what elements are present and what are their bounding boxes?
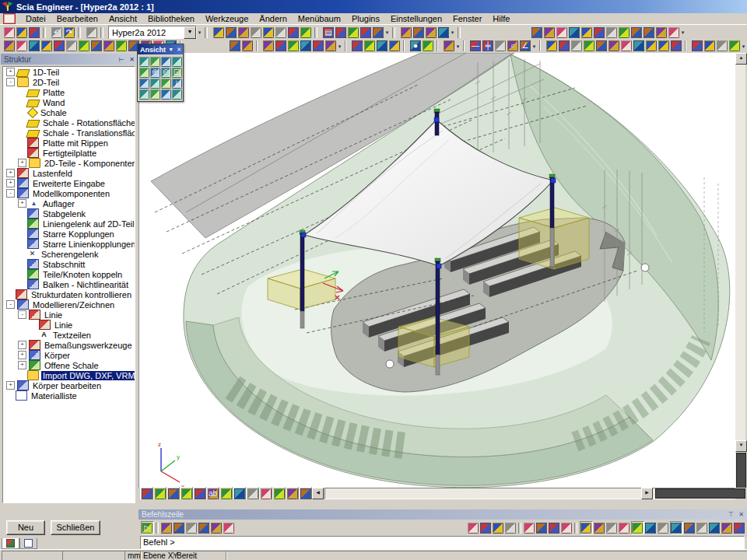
project-data-icon[interactable] — [213, 26, 225, 38]
expand-icon[interactable]: + — [18, 159, 26, 167]
snap-arc-icon[interactable] — [709, 522, 721, 534]
cursor-select-icon[interactable]: ▷ — [141, 521, 154, 534]
draw-line-icon[interactable]: — — [470, 40, 482, 52]
expand-icon[interactable]: + — [18, 199, 26, 208]
display-mode-icon-11[interactable] — [656, 26, 668, 38]
label-toggle-icon-2[interactable] — [16, 40, 28, 52]
label-toggle-icon-8[interactable] — [91, 40, 103, 52]
render-sphere-icon[interactable] — [275, 26, 287, 38]
load-toggle-icon[interactable] — [180, 487, 193, 500]
render-wire-icon[interactable] — [139, 67, 149, 78]
snap-grid-icon[interactable] — [594, 522, 605, 534]
status-plane[interactable]: Ebene XY — [140, 551, 175, 560]
clip-box-icon[interactable] — [139, 89, 149, 100]
neu-button[interactable]: Neu — [6, 520, 45, 535]
tree-item-liniengelenk-auf-2d-teil[interactable]: Liniengelenk auf 2D-Teil — [3, 219, 135, 229]
document-wizard-icon[interactable] — [360, 26, 372, 38]
label-flag-icon[interactable] — [193, 487, 206, 500]
expand-icon[interactable]: + — [18, 351, 26, 359]
track-line-icon-1[interactable] — [198, 522, 210, 534]
zoom-out-icon[interactable]: ⊖ — [161, 67, 171, 78]
model-canvas[interactable]: z y x — [139, 53, 736, 488]
move-icon[interactable] — [263, 40, 275, 52]
view-save-icon[interactable] — [692, 40, 703, 52]
snap-endpoint-icon[interactable] — [619, 522, 630, 534]
menu-item-werkzeuge[interactable]: Werkzeuge — [200, 14, 254, 24]
tree-item-scherengelenk[interactable]: ✕Scherengelenk — [3, 249, 135, 259]
document-system-menu-icon[interactable] — [3, 13, 16, 24]
shading-toggle-icon[interactable] — [233, 487, 246, 500]
display-mode-icon-6[interactable] — [594, 26, 605, 38]
draw-connector-icon[interactable] — [495, 40, 507, 52]
ungroup-icon[interactable] — [389, 40, 401, 52]
display-mode-icon-4[interactable] — [569, 26, 580, 38]
label-toggle-icon-7[interactable] — [79, 40, 90, 52]
display-mode-icon-9[interactable] — [631, 26, 643, 38]
collapse-icon[interactable]: - — [18, 310, 26, 319]
menu-item-fenster[interactable]: Fenster — [447, 14, 487, 24]
snap-polygon-icon[interactable] — [670, 521, 683, 534]
tree-item-k-rper[interactable]: +Körper — [3, 350, 135, 360]
dot-grid-icon[interactable] — [299, 487, 312, 500]
pin-icon[interactable]: ⊤ — [117, 55, 126, 64]
expand-icon[interactable]: + — [6, 68, 15, 76]
clip-off-icon[interactable] — [150, 89, 160, 100]
fly-through-icon[interactable] — [423, 40, 434, 52]
close-icon[interactable]: ✕ — [175, 47, 183, 53]
tree-item-linie[interactable]: Linie — [3, 320, 135, 330]
collapse-icon[interactable]: - — [6, 189, 15, 198]
snap-perpendicular-icon[interactable] — [645, 522, 657, 534]
structure-tool-icon-3[interactable] — [571, 40, 583, 52]
menu-item-menbaum[interactable]: Menübaum — [293, 14, 346, 24]
menu-item-bibliotheken[interactable]: Bibliotheken — [142, 14, 200, 24]
snap-orthogonal-icon[interactable] — [696, 522, 708, 534]
viewport-hscrollbar[interactable]: ▶ — [324, 488, 735, 499]
draw-dimension-icon[interactable]: ╪ — [482, 40, 494, 52]
tree-item-schale-translationsfl-che[interactable]: Schale - Translationsfläche — [3, 128, 135, 138]
table-sort-icon[interactable] — [288, 26, 300, 38]
tree-item-2d-teile-komponenten[interactable]: +2D-Teile - Komponenten — [3, 158, 135, 168]
ansicht-toolbar-header[interactable]: Ansicht ▼ ✕ — [138, 44, 183, 54]
gallery-window-icon[interactable] — [300, 26, 312, 38]
tree-item-schale-rotationsfl-che[interactable]: Schale - Rotationsfläche — [3, 117, 135, 128]
pin-icon[interactable]: ⊤ — [727, 510, 735, 519]
layers-icon[interactable] — [226, 26, 237, 38]
delete-red-icon[interactable]: ● — [410, 40, 422, 52]
collapse-icon[interactable]: - — [6, 300, 15, 309]
model-toggle-icon[interactable] — [259, 487, 272, 500]
structure-tool-icon-5[interactable] — [596, 40, 608, 52]
clipboard-icon[interactable] — [263, 26, 275, 38]
xml-io-icon[interactable] — [251, 26, 262, 38]
combo-extra-dropdown-icon[interactable]: ▾ — [197, 26, 202, 38]
copy-icon[interactable] — [275, 40, 287, 52]
tree-item-2d-teil[interactable]: -2D-Teil — [3, 77, 135, 87]
mirror-icon[interactable] — [300, 40, 312, 52]
snap-tangent-icon[interactable] — [684, 522, 696, 534]
new-drawing-icon[interactable] — [444, 40, 455, 52]
combo-dropdown-icon[interactable]: ▼ — [184, 26, 196, 39]
tree-item-starre-kopplungen[interactable]: Starre Kopplungen — [3, 229, 135, 239]
display-mode-icon-12[interactable] — [668, 26, 680, 38]
tree-item-bema-ungswerkzeuge[interactable]: +Bemaßungswerkzeuge — [3, 340, 135, 350]
view-load-icon[interactable] — [704, 40, 716, 52]
group-dropdown-icon[interactable]: ▾ — [337, 40, 342, 52]
axes-toggle-icon[interactable] — [246, 487, 259, 500]
menu-item-hilfe[interactable]: Hilfe — [487, 14, 515, 24]
vertex-remove-icon[interactable] — [549, 522, 560, 534]
structure-tool-icon-1[interactable] — [546, 40, 558, 52]
clip-none-icon[interactable] — [140, 487, 153, 500]
snap-line-grid-icon[interactable] — [606, 522, 618, 534]
array-icon[interactable] — [325, 40, 337, 52]
filter-icon-1[interactable] — [717, 40, 728, 52]
tree-item-strukturdaten-kontrollieren[interactable]: Strukturdaten kontrollieren — [3, 289, 135, 299]
collapse-icon[interactable]: - — [6, 78, 15, 86]
abc-label-icon[interactable]: ab — [206, 487, 219, 500]
expand-icon[interactable]: + — [18, 341, 26, 349]
structure-tool-icon-8[interactable] — [633, 40, 645, 52]
tree-item-auflager[interactable]: +▲Auflager — [3, 198, 135, 208]
display-mode-icon-8[interactable] — [619, 26, 630, 38]
label-toggle-icon-6[interactable] — [66, 40, 78, 52]
export-image-icon[interactable] — [373, 26, 384, 38]
snap-new-icon[interactable] — [734, 522, 745, 534]
stretch-icon[interactable] — [313, 40, 324, 52]
